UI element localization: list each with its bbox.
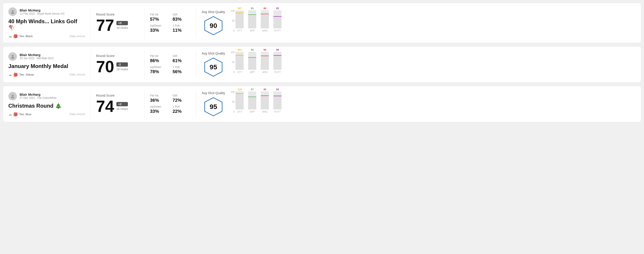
svg-point-0	[12, 10, 14, 12]
stats-section: FW Hit86%GIR61%Up/Down78%1 Putt56%	[150, 54, 190, 74]
holes-label: 18 Holes	[116, 26, 128, 29]
score-section: Round Score70-218 Holes	[96, 54, 139, 75]
bar-line	[236, 93, 244, 94]
score-number: 70	[96, 59, 114, 75]
stat-name: GIR	[172, 13, 190, 16]
divider-1	[90, 7, 91, 38]
tee-label: Tee: Yellow	[19, 73, 34, 76]
bar-chart-section: 100500107OTT95APP98ARG82PUTT	[230, 9, 636, 36]
y-label: 50	[230, 19, 234, 22]
divider-3	[196, 91, 196, 118]
bag-icon: 🎒	[13, 73, 18, 77]
bar-fill	[248, 97, 256, 110]
bar-line	[248, 57, 256, 58]
bar-line	[248, 14, 256, 15]
stat-item-3: 1 Putt56%	[172, 66, 190, 74]
bar-fill	[274, 17, 282, 28]
bar-chart: 101OTT86APP96ARG99PUTT	[236, 51, 282, 78]
divider-2	[144, 7, 144, 38]
y-label: 100	[230, 91, 234, 93]
stat-value: 57%	[150, 17, 168, 22]
user-date: 27 Dec 2021 · The Oxfordshire	[20, 96, 56, 100]
bar-wrapper	[248, 10, 256, 28]
score-row: 77+518 Holes	[96, 17, 139, 33]
stats-grid: FW Hit57%GIR83%Up/Down33%1 Putt11%	[150, 13, 190, 33]
bar-top-label: 95	[251, 7, 254, 10]
user-name: Blair McHarg	[20, 8, 65, 12]
bar-line	[261, 56, 269, 56]
bar-fill	[274, 96, 282, 110]
stat-value: 36%	[150, 98, 168, 103]
bar-x-label: OTT	[237, 71, 242, 73]
stat-item-3: 1 Putt22%	[172, 105, 190, 114]
score-badge-col: +218 Holes	[116, 102, 128, 111]
bar-group-1: 95APP	[248, 7, 256, 32]
weather-icon: ☁	[8, 112, 12, 117]
bar-group-3: 99PUTT	[274, 48, 282, 73]
round-card-2: Blair McHarg29 Jan 2022 · Mill Ride GCCJ…	[3, 46, 641, 83]
divider-2	[144, 51, 144, 78]
bar-wrapper	[274, 91, 282, 110]
hex-score: 95	[210, 103, 217, 111]
left-section: Blair McHarg27 Dec 2021 · The Oxfordshir…	[8, 92, 85, 117]
stats-section: FW Hit57%GIR83%Up/Down33%1 Putt11%	[150, 13, 190, 33]
bar-group-2: 98ARG	[261, 7, 269, 32]
divider-3	[196, 7, 196, 38]
score-number: 74	[96, 98, 114, 114]
bar-group-0: 107OTT	[236, 7, 244, 32]
bar-chart: 110OTT87APP95ARG93PUTT	[236, 91, 282, 118]
bar-group-3: 82PUTT	[274, 7, 282, 32]
round-title: Christmas Round 🎄	[8, 103, 85, 109]
bar-wrapper	[261, 52, 269, 70]
bar-top-label: 107	[238, 7, 242, 10]
score-label: Round Score	[96, 13, 139, 16]
stat-value: 11%	[172, 28, 190, 33]
bar-line	[274, 55, 282, 56]
stats-section: FW Hit36%GIR72%Up/Down33%1 Putt22%	[150, 94, 190, 114]
stat-item-0: FW Hit36%	[150, 94, 168, 103]
stat-name: FW Hit	[150, 94, 168, 97]
hex-score: 90	[210, 22, 217, 29]
left-section: Blair McHarg12 Feb 2022 · Royal North De…	[8, 7, 85, 38]
data-source: Data: Arccos	[70, 113, 85, 116]
user-date: 29 Jan 2022 · Mill Ride GCC	[20, 57, 54, 60]
score-label: Round Score	[96, 94, 139, 97]
bar-group-2: 96ARG	[261, 48, 269, 73]
score-badge: +2	[116, 102, 128, 106]
hexagon-container: 90	[202, 15, 225, 36]
bar-fill	[261, 14, 269, 28]
bar-x-label: PUTT	[274, 71, 281, 73]
bar-wrapper	[274, 52, 282, 70]
bar-x-label: ARG	[262, 110, 268, 113]
bar-fill	[236, 13, 244, 28]
quality-left: Avg Shot Quality 95	[202, 91, 225, 117]
bar-wrapper	[261, 91, 269, 110]
bar-fill	[248, 58, 256, 70]
stat-item-2: Up/Down78%	[150, 66, 168, 74]
stat-name: 1 Putt	[172, 105, 190, 108]
bar-line	[261, 14, 269, 14]
bar-fill	[236, 55, 244, 70]
bar-line	[274, 96, 282, 96]
stat-value: 61%	[172, 58, 190, 63]
bar-wrapper	[274, 10, 282, 28]
y-label: 0	[230, 29, 234, 32]
bag-icon: 🎒	[13, 112, 18, 117]
stat-value: 86%	[150, 58, 168, 63]
stat-name: Up/Down	[150, 105, 168, 108]
bar-x-label: APP	[250, 29, 255, 32]
data-source: Data: Arccos	[70, 35, 85, 38]
quality-left: Avg Shot Quality 95	[202, 52, 225, 77]
stats-grid: FW Hit36%GIR72%Up/Down33%1 Putt22%	[150, 94, 190, 114]
round-card-3: Blair McHarg27 Dec 2021 · The Oxfordshir…	[3, 86, 641, 122]
user-name: Blair McHarg	[20, 53, 54, 57]
y-label: 50	[230, 61, 234, 64]
y-labels: 100500	[230, 91, 234, 113]
tee-label: Tee: Black	[19, 34, 33, 38]
chart-outer: 100500101OTT86APP96ARG99PUTT	[230, 51, 636, 78]
stat-name: GIR	[172, 54, 190, 58]
stat-name: Up/Down	[150, 66, 168, 69]
stat-name: 1 Putt	[172, 24, 190, 27]
bar-wrapper	[248, 52, 256, 70]
round-title: January Monthly Medal	[8, 63, 85, 69]
